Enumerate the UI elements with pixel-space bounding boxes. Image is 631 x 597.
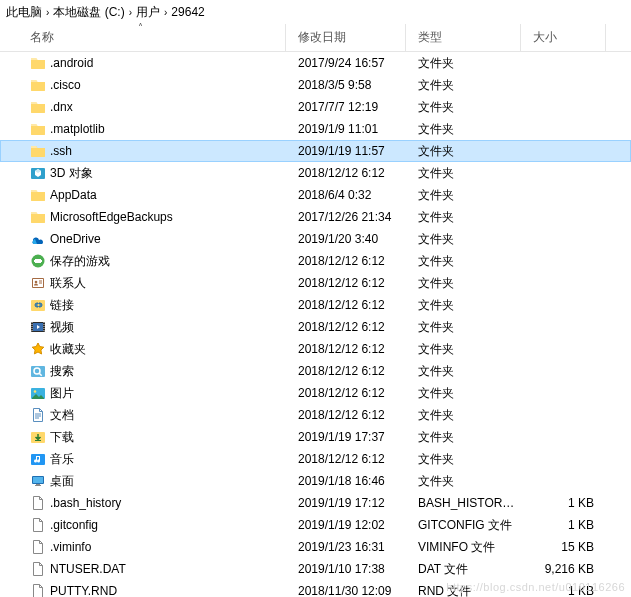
file-name-label: 3D 对象	[50, 165, 93, 182]
searches-icon	[30, 363, 46, 379]
file-row[interactable]: .dnx2017/7/7 12:19文件夹	[0, 96, 631, 118]
file-row[interactable]: .ssh2019/1/19 11:57文件夹	[0, 140, 631, 162]
onedrive-icon	[30, 231, 46, 247]
cell-date: 2019/1/18 16:46	[286, 474, 406, 488]
file-name-label: .bash_history	[50, 496, 121, 510]
breadcrumb-item[interactable]: 29642	[171, 5, 204, 19]
cell-name: 保存的游戏	[18, 253, 286, 270]
file-name-label: .gitconfig	[50, 518, 98, 532]
file-row[interactable]: .matplotlib2019/1/9 11:01文件夹	[0, 118, 631, 140]
file-row[interactable]: 桌面2019/1/18 16:46文件夹	[0, 470, 631, 492]
cell-name: AppData	[18, 187, 286, 203]
file-row[interactable]: 保存的游戏2018/12/12 6:12文件夹	[0, 250, 631, 272]
file-row[interactable]: 3D 对象2018/12/12 6:12文件夹	[0, 162, 631, 184]
cell-size: 1 KB	[521, 496, 606, 510]
cell-type: 文件夹	[406, 187, 521, 204]
cell-type: 文件夹	[406, 385, 521, 402]
file-row[interactable]: AppData2018/6/4 0:32文件夹	[0, 184, 631, 206]
cell-name: 音乐	[18, 451, 286, 468]
breadcrumb-item[interactable]: 本地磁盘 (C:)	[53, 4, 124, 21]
cell-date: 2018/6/4 0:32	[286, 188, 406, 202]
cell-name: 桌面	[18, 473, 286, 490]
column-header-size[interactable]: 大小	[521, 24, 606, 51]
pictures-icon	[30, 385, 46, 401]
file-row[interactable]: .gitconfig2019/1/19 12:02GITCONFIG 文件1 K…	[0, 514, 631, 536]
cell-type: 文件夹	[406, 165, 521, 182]
column-header-label: 修改日期	[298, 29, 346, 46]
desktop-icon	[30, 473, 46, 489]
folder-icon	[30, 209, 46, 225]
favorites-icon	[30, 341, 46, 357]
cell-date: 2018/3/5 9:58	[286, 78, 406, 92]
file-row[interactable]: .bash_history2019/1/19 17:12BASH_HISTORY…	[0, 492, 631, 514]
file-row[interactable]: MicrosoftEdgeBackups2017/12/26 21:34文件夹	[0, 206, 631, 228]
file-row[interactable]: .cisco2018/3/5 9:58文件夹	[0, 74, 631, 96]
cell-name: .android	[18, 55, 286, 71]
file-row[interactable]: .android2017/9/24 16:57文件夹	[0, 52, 631, 74]
cell-date: 2019/1/23 16:31	[286, 540, 406, 554]
column-header-name[interactable]: 名称 ˄	[18, 24, 286, 51]
cell-name: PUTTY.RND	[18, 583, 286, 597]
file-row[interactable]: 收藏夹2018/12/12 6:12文件夹	[0, 338, 631, 360]
file-row[interactable]: 链接2018/12/12 6:12文件夹	[0, 294, 631, 316]
file-icon	[30, 583, 46, 597]
file-name-label: NTUSER.DAT	[50, 562, 126, 576]
cell-name: 链接	[18, 297, 286, 314]
file-name-label: .android	[50, 56, 93, 70]
cell-name: 联系人	[18, 275, 286, 292]
file-row[interactable]: 下载2019/1/19 17:37文件夹	[0, 426, 631, 448]
file-row[interactable]: 文档2018/12/12 6:12文件夹	[0, 404, 631, 426]
column-header-type[interactable]: 类型	[406, 24, 521, 51]
cell-size: 15 KB	[521, 540, 606, 554]
file-row[interactable]: OneDrive2019/1/20 3:40文件夹	[0, 228, 631, 250]
links-icon	[30, 297, 46, 313]
file-row[interactable]: 图片2018/12/12 6:12文件夹	[0, 382, 631, 404]
cell-date: 2017/7/7 12:19	[286, 100, 406, 114]
file-row[interactable]: .viminfo2019/1/23 16:31VIMINFO 文件15 KB	[0, 536, 631, 558]
cell-date: 2017/12/26 21:34	[286, 210, 406, 224]
column-header-row: 名称 ˄ 修改日期 类型 大小	[0, 24, 631, 52]
column-header-label: 类型	[418, 29, 442, 46]
file-row[interactable]: 搜索2018/12/12 6:12文件夹	[0, 360, 631, 382]
sort-chevron-icon: ˄	[138, 22, 143, 33]
breadcrumb-item[interactable]: 此电脑	[6, 4, 42, 21]
cell-size: 1 KB	[521, 518, 606, 532]
cell-date: 2019/1/9 11:01	[286, 122, 406, 136]
file-name-label: .dnx	[50, 100, 73, 114]
cell-name: 下载	[18, 429, 286, 446]
cell-name: .viminfo	[18, 539, 286, 555]
cell-type: 文件夹	[406, 451, 521, 468]
file-name-label: 保存的游戏	[50, 253, 110, 270]
cell-type: 文件夹	[406, 77, 521, 94]
cell-type: 文件夹	[406, 121, 521, 138]
cell-name: .matplotlib	[18, 121, 286, 137]
file-row[interactable]: 音乐2018/12/12 6:12文件夹	[0, 448, 631, 470]
file-list: .android2017/9/24 16:57文件夹.cisco2018/3/5…	[0, 52, 631, 597]
cell-type: 文件夹	[406, 231, 521, 248]
cell-name: .gitconfig	[18, 517, 286, 533]
file-row[interactable]: 视频2018/12/12 6:12文件夹	[0, 316, 631, 338]
file-row[interactable]: NTUSER.DAT2019/1/10 17:38DAT 文件9,216 KB	[0, 558, 631, 580]
column-header-date[interactable]: 修改日期	[286, 24, 406, 51]
file-icon	[30, 495, 46, 511]
breadcrumb-item[interactable]: 用户	[136, 4, 160, 21]
breadcrumb[interactable]: 此电脑 › 本地磁盘 (C:) › 用户 › 29642	[0, 0, 631, 24]
cell-name: 图片	[18, 385, 286, 402]
cell-date: 2019/1/20 3:40	[286, 232, 406, 246]
cell-type: GITCONFIG 文件	[406, 517, 521, 534]
cell-name: .dnx	[18, 99, 286, 115]
column-header-label: 大小	[533, 29, 557, 46]
3dobjects-icon	[30, 165, 46, 181]
file-row[interactable]: 联系人2018/12/12 6:12文件夹	[0, 272, 631, 294]
cell-type: 文件夹	[406, 363, 521, 380]
cell-date: 2018/12/12 6:12	[286, 452, 406, 466]
cell-date: 2017/9/24 16:57	[286, 56, 406, 70]
cell-type: 文件夹	[406, 55, 521, 72]
file-name-label: 桌面	[50, 473, 74, 490]
cell-name: NTUSER.DAT	[18, 561, 286, 577]
column-header-label: 名称	[30, 29, 54, 46]
file-name-label: .cisco	[50, 78, 81, 92]
file-name-label: OneDrive	[50, 232, 101, 246]
cell-type: 文件夹	[406, 407, 521, 424]
folder-icon	[30, 99, 46, 115]
